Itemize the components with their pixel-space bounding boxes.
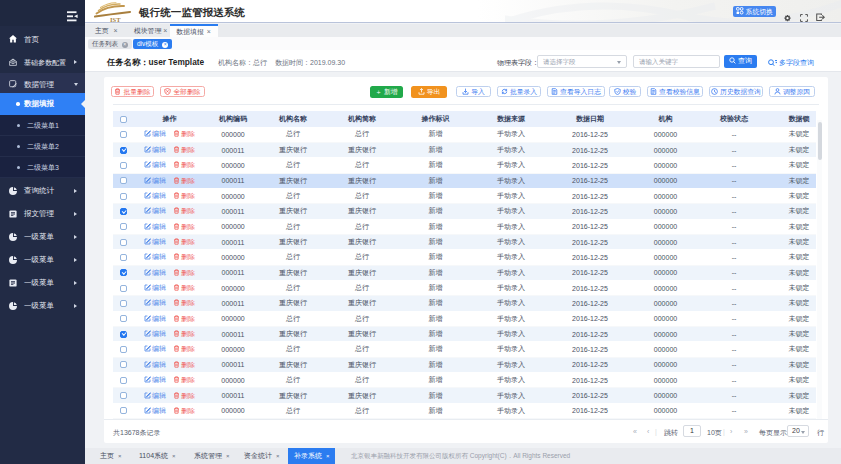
svg-text:IST: IST bbox=[110, 16, 121, 23]
